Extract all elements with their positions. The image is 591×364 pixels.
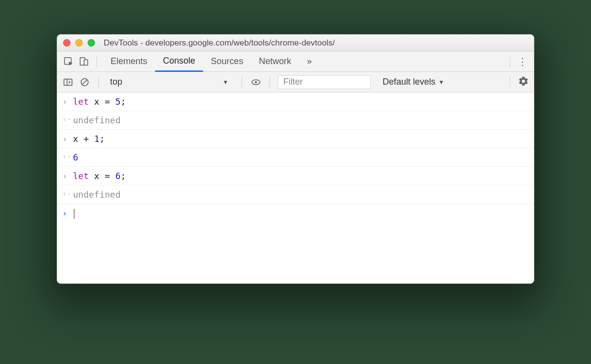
console-output-row: ‹·undefined xyxy=(57,111,534,130)
filter-placeholder: Filter xyxy=(283,77,303,87)
text-cursor xyxy=(74,209,74,219)
token-var: x xyxy=(73,134,78,144)
tab-elements[interactable]: Elements xyxy=(103,51,155,72)
inspect-element-icon[interactable] xyxy=(62,55,75,68)
live-expression-icon[interactable] xyxy=(250,76,262,88)
svg-line-7 xyxy=(82,79,87,84)
device-toolbar-icon[interactable] xyxy=(78,55,91,68)
tab-label: Sources xyxy=(211,56,243,67)
input-chevron-icon: › xyxy=(62,132,73,145)
separator xyxy=(96,56,97,68)
separator xyxy=(270,76,270,88)
token-undef: undefined xyxy=(73,115,121,125)
caret-down-icon: ▼ xyxy=(223,79,228,86)
separator xyxy=(510,76,510,88)
console-input-row: ›let x = 5; xyxy=(57,92,534,111)
chevron-right-double-icon: » xyxy=(307,56,312,67)
context-label: top xyxy=(110,77,122,87)
window-title: DevTools - developers.google.com/web/too… xyxy=(104,38,335,48)
console-prompt-row[interactable]: › xyxy=(57,204,534,222)
console-input[interactable] xyxy=(73,206,74,220)
separator xyxy=(510,56,510,68)
token-punc: ; xyxy=(121,171,126,181)
token-kw: let xyxy=(73,171,89,181)
output-chevron-icon: ‹· xyxy=(62,114,73,125)
close-window-button[interactable] xyxy=(63,39,70,46)
console-output-row: ‹·undefined xyxy=(57,185,534,204)
console-input-row: ›let x = 6; xyxy=(57,167,534,185)
console-input-row: ›x + 1; xyxy=(57,130,534,148)
token-num: 1 xyxy=(94,134,99,144)
token-var: x xyxy=(94,171,99,181)
zoom-window-button[interactable] xyxy=(88,39,95,46)
toggle-console-sidebar-icon[interactable] xyxy=(62,76,74,88)
window-controls xyxy=(63,39,95,46)
svg-rect-2 xyxy=(84,60,88,65)
panel-tabstrip: ElementsConsoleSourcesNetwork » ⋮ xyxy=(57,51,534,72)
tabs-overflow-button[interactable]: » xyxy=(302,51,317,72)
token-op: = xyxy=(105,171,110,181)
console-line: undefined xyxy=(73,188,121,201)
tab-sources[interactable]: Sources xyxy=(203,51,251,72)
svg-point-9 xyxy=(255,81,257,83)
console-line: undefined xyxy=(73,114,121,127)
token-num: 5 xyxy=(115,96,121,107)
token-kw: let xyxy=(73,96,89,107)
console-toolbar: top ▼ Filter Default levels ▼ xyxy=(57,72,534,92)
svg-marker-5 xyxy=(69,81,71,84)
token-num: 6 xyxy=(115,171,121,181)
console-output: ›let x = 5;‹·undefined›x + 1;‹·6›let x =… xyxy=(57,92,534,283)
tab-label: Elements xyxy=(111,56,147,67)
caret-down-icon: ▼ xyxy=(438,79,444,86)
token-op: = xyxy=(105,96,110,107)
tabs-container: ElementsConsoleSourcesNetwork xyxy=(103,51,299,72)
console-line: x + 1; xyxy=(73,132,105,145)
more-options-button[interactable]: ⋮ xyxy=(516,56,529,68)
log-levels-selector[interactable]: Default levels ▼ xyxy=(383,77,444,87)
levels-label: Default levels xyxy=(383,77,435,87)
tab-label: Network xyxy=(259,56,291,67)
window-titlebar: DevTools - developers.google.com/web/too… xyxy=(57,35,534,51)
tab-console[interactable]: Console xyxy=(155,51,203,72)
tab-network[interactable]: Network xyxy=(251,51,299,72)
separator xyxy=(98,76,99,88)
prompt-chevron-icon: › xyxy=(62,206,73,220)
console-line: let x = 5; xyxy=(73,95,126,108)
clear-console-icon[interactable] xyxy=(79,76,91,88)
token-punc: ; xyxy=(121,96,126,107)
output-chevron-icon: ‹· xyxy=(62,151,73,162)
output-chevron-icon: ‹· xyxy=(62,188,73,200)
input-chevron-icon: › xyxy=(62,95,73,108)
token-num: 6 xyxy=(73,152,78,162)
console-settings-icon[interactable] xyxy=(518,76,529,89)
token-punc: ; xyxy=(99,134,105,144)
tab-label: Console xyxy=(163,56,195,66)
minimize-window-button[interactable] xyxy=(75,39,83,46)
filter-input[interactable]: Filter xyxy=(278,75,371,89)
token-op: + xyxy=(84,134,89,144)
separator xyxy=(242,76,242,88)
kebab-icon: ⋮ xyxy=(518,56,528,67)
console-output-row: ‹·6 xyxy=(57,148,534,167)
input-chevron-icon: › xyxy=(62,169,73,182)
devtools-window: DevTools - developers.google.com/web/too… xyxy=(57,34,534,284)
console-line: 6 xyxy=(73,151,78,164)
console-line: let x = 6; xyxy=(73,169,126,182)
token-var: x xyxy=(94,96,99,107)
execution-context-selector[interactable]: top ▼ xyxy=(107,75,234,89)
token-undef: undefined xyxy=(73,189,121,200)
svg-rect-3 xyxy=(64,79,72,85)
